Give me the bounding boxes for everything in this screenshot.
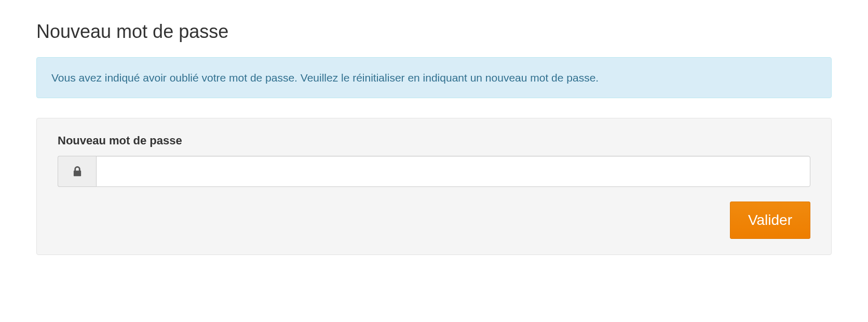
submit-row: Valider [58, 202, 810, 239]
info-alert-text: Vous avez indiqué avoir oublié votre mot… [51, 72, 599, 84]
password-input[interactable] [96, 156, 810, 187]
password-form-panel: Nouveau mot de passe Valider [36, 118, 832, 255]
password-input-group [58, 156, 810, 187]
lock-icon [58, 156, 96, 187]
info-alert: Vous avez indiqué avoir oublié votre mot… [36, 57, 832, 98]
password-label: Nouveau mot de passe [58, 134, 810, 147]
page-title: Nouveau mot de passe [36, 21, 832, 43]
submit-button[interactable]: Valider [730, 202, 810, 239]
